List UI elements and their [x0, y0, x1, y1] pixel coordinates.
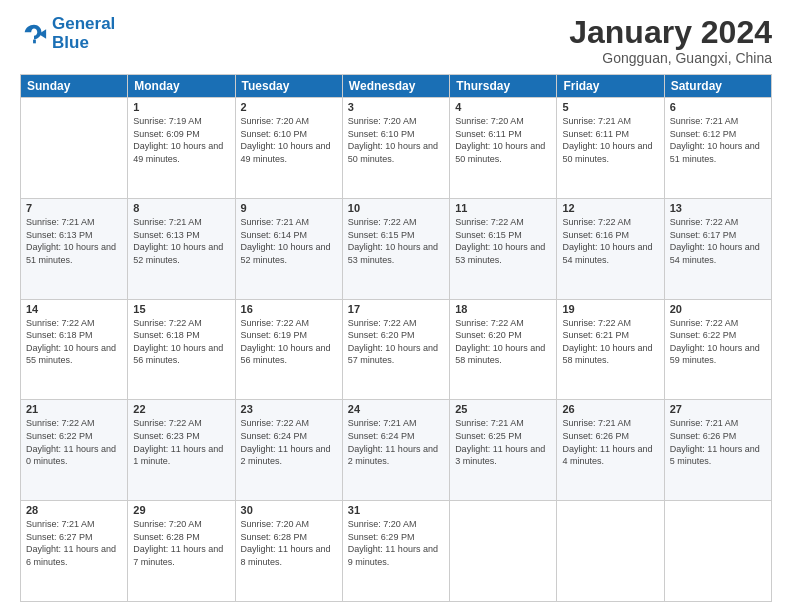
- calendar-cell: [21, 98, 128, 199]
- week-row-2: 14Sunrise: 7:22 AM Sunset: 6:18 PM Dayli…: [21, 299, 772, 400]
- calendar-cell: 25Sunrise: 7:21 AM Sunset: 6:25 PM Dayli…: [450, 400, 557, 501]
- col-monday: Monday: [128, 75, 235, 98]
- day-info: Sunrise: 7:20 AM Sunset: 6:28 PM Dayligh…: [241, 518, 337, 568]
- calendar-cell: 1Sunrise: 7:19 AM Sunset: 6:09 PM Daylig…: [128, 98, 235, 199]
- day-number: 9: [241, 202, 337, 214]
- col-wednesday: Wednesday: [342, 75, 449, 98]
- day-info: Sunrise: 7:21 AM Sunset: 6:12 PM Dayligh…: [670, 115, 766, 165]
- calendar-cell: 2Sunrise: 7:20 AM Sunset: 6:10 PM Daylig…: [235, 98, 342, 199]
- calendar-cell: 7Sunrise: 7:21 AM Sunset: 6:13 PM Daylig…: [21, 198, 128, 299]
- day-info: Sunrise: 7:22 AM Sunset: 6:24 PM Dayligh…: [241, 417, 337, 467]
- col-tuesday: Tuesday: [235, 75, 342, 98]
- day-number: 2: [241, 101, 337, 113]
- day-info: Sunrise: 7:19 AM Sunset: 6:09 PM Dayligh…: [133, 115, 229, 165]
- day-info: Sunrise: 7:20 AM Sunset: 6:28 PM Dayligh…: [133, 518, 229, 568]
- calendar-cell: 20Sunrise: 7:22 AM Sunset: 6:22 PM Dayli…: [664, 299, 771, 400]
- day-number: 10: [348, 202, 444, 214]
- day-info: Sunrise: 7:22 AM Sunset: 6:15 PM Dayligh…: [455, 216, 551, 266]
- day-number: 30: [241, 504, 337, 516]
- day-info: Sunrise: 7:21 AM Sunset: 6:24 PM Dayligh…: [348, 417, 444, 467]
- calendar-cell: 18Sunrise: 7:22 AM Sunset: 6:20 PM Dayli…: [450, 299, 557, 400]
- day-number: 22: [133, 403, 229, 415]
- day-number: 4: [455, 101, 551, 113]
- day-info: Sunrise: 7:22 AM Sunset: 6:17 PM Dayligh…: [670, 216, 766, 266]
- header-row: Sunday Monday Tuesday Wednesday Thursday…: [21, 75, 772, 98]
- day-info: Sunrise: 7:22 AM Sunset: 6:20 PM Dayligh…: [348, 317, 444, 367]
- day-number: 28: [26, 504, 122, 516]
- calendar-cell: 10Sunrise: 7:22 AM Sunset: 6:15 PM Dayli…: [342, 198, 449, 299]
- day-number: 3: [348, 101, 444, 113]
- calendar-cell: 4Sunrise: 7:20 AM Sunset: 6:11 PM Daylig…: [450, 98, 557, 199]
- day-info: Sunrise: 7:22 AM Sunset: 6:15 PM Dayligh…: [348, 216, 444, 266]
- calendar-cell: 24Sunrise: 7:21 AM Sunset: 6:24 PM Dayli…: [342, 400, 449, 501]
- day-number: 14: [26, 303, 122, 315]
- day-info: Sunrise: 7:22 AM Sunset: 6:23 PM Dayligh…: [133, 417, 229, 467]
- day-number: 31: [348, 504, 444, 516]
- logo-icon: [20, 20, 48, 48]
- day-number: 13: [670, 202, 766, 214]
- day-number: 27: [670, 403, 766, 415]
- subtitle: Gongguan, Guangxi, China: [569, 50, 772, 66]
- day-number: 15: [133, 303, 229, 315]
- logo-text: General Blue: [52, 15, 115, 52]
- day-number: 21: [26, 403, 122, 415]
- day-number: 6: [670, 101, 766, 113]
- calendar-cell: 9Sunrise: 7:21 AM Sunset: 6:14 PM Daylig…: [235, 198, 342, 299]
- calendar-cell: [664, 501, 771, 602]
- header: General Blue January 2024 Gongguan, Guan…: [20, 15, 772, 66]
- day-number: 1: [133, 101, 229, 113]
- day-info: Sunrise: 7:20 AM Sunset: 6:29 PM Dayligh…: [348, 518, 444, 568]
- calendar-cell: 17Sunrise: 7:22 AM Sunset: 6:20 PM Dayli…: [342, 299, 449, 400]
- month-title: January 2024: [569, 15, 772, 50]
- calendar-cell: 5Sunrise: 7:21 AM Sunset: 6:11 PM Daylig…: [557, 98, 664, 199]
- calendar-cell: 31Sunrise: 7:20 AM Sunset: 6:29 PM Dayli…: [342, 501, 449, 602]
- calendar-cell: [450, 501, 557, 602]
- col-thursday: Thursday: [450, 75, 557, 98]
- calendar-cell: 16Sunrise: 7:22 AM Sunset: 6:19 PM Dayli…: [235, 299, 342, 400]
- day-number: 16: [241, 303, 337, 315]
- day-number: 26: [562, 403, 658, 415]
- calendar-cell: 6Sunrise: 7:21 AM Sunset: 6:12 PM Daylig…: [664, 98, 771, 199]
- day-number: 5: [562, 101, 658, 113]
- week-row-3: 21Sunrise: 7:22 AM Sunset: 6:22 PM Dayli…: [21, 400, 772, 501]
- calendar-cell: 8Sunrise: 7:21 AM Sunset: 6:13 PM Daylig…: [128, 198, 235, 299]
- day-number: 20: [670, 303, 766, 315]
- day-info: Sunrise: 7:22 AM Sunset: 6:18 PM Dayligh…: [26, 317, 122, 367]
- calendar-cell: 14Sunrise: 7:22 AM Sunset: 6:18 PM Dayli…: [21, 299, 128, 400]
- calendar-cell: 15Sunrise: 7:22 AM Sunset: 6:18 PM Dayli…: [128, 299, 235, 400]
- day-info: Sunrise: 7:22 AM Sunset: 6:20 PM Dayligh…: [455, 317, 551, 367]
- day-number: 19: [562, 303, 658, 315]
- day-info: Sunrise: 7:22 AM Sunset: 6:21 PM Dayligh…: [562, 317, 658, 367]
- day-info: Sunrise: 7:20 AM Sunset: 6:11 PM Dayligh…: [455, 115, 551, 165]
- day-info: Sunrise: 7:21 AM Sunset: 6:26 PM Dayligh…: [562, 417, 658, 467]
- day-number: 7: [26, 202, 122, 214]
- calendar-cell: [557, 501, 664, 602]
- day-number: 29: [133, 504, 229, 516]
- day-number: 11: [455, 202, 551, 214]
- day-info: Sunrise: 7:22 AM Sunset: 6:22 PM Dayligh…: [670, 317, 766, 367]
- calendar-cell: 26Sunrise: 7:21 AM Sunset: 6:26 PM Dayli…: [557, 400, 664, 501]
- col-sunday: Sunday: [21, 75, 128, 98]
- day-number: 23: [241, 403, 337, 415]
- day-info: Sunrise: 7:22 AM Sunset: 6:16 PM Dayligh…: [562, 216, 658, 266]
- calendar-cell: 13Sunrise: 7:22 AM Sunset: 6:17 PM Dayli…: [664, 198, 771, 299]
- day-number: 17: [348, 303, 444, 315]
- calendar-cell: 30Sunrise: 7:20 AM Sunset: 6:28 PM Dayli…: [235, 501, 342, 602]
- week-row-0: 1Sunrise: 7:19 AM Sunset: 6:09 PM Daylig…: [21, 98, 772, 199]
- calendar-cell: 23Sunrise: 7:22 AM Sunset: 6:24 PM Dayli…: [235, 400, 342, 501]
- calendar-cell: 3Sunrise: 7:20 AM Sunset: 6:10 PM Daylig…: [342, 98, 449, 199]
- day-number: 25: [455, 403, 551, 415]
- calendar-cell: 28Sunrise: 7:21 AM Sunset: 6:27 PM Dayli…: [21, 501, 128, 602]
- calendar-cell: 27Sunrise: 7:21 AM Sunset: 6:26 PM Dayli…: [664, 400, 771, 501]
- calendar-cell: 21Sunrise: 7:22 AM Sunset: 6:22 PM Dayli…: [21, 400, 128, 501]
- day-info: Sunrise: 7:21 AM Sunset: 6:11 PM Dayligh…: [562, 115, 658, 165]
- week-row-1: 7Sunrise: 7:21 AM Sunset: 6:13 PM Daylig…: [21, 198, 772, 299]
- day-info: Sunrise: 7:20 AM Sunset: 6:10 PM Dayligh…: [241, 115, 337, 165]
- calendar-cell: 22Sunrise: 7:22 AM Sunset: 6:23 PM Dayli…: [128, 400, 235, 501]
- calendar-table: Sunday Monday Tuesday Wednesday Thursday…: [20, 74, 772, 602]
- page: General Blue January 2024 Gongguan, Guan…: [0, 0, 792, 612]
- day-info: Sunrise: 7:21 AM Sunset: 6:13 PM Dayligh…: [26, 216, 122, 266]
- day-info: Sunrise: 7:20 AM Sunset: 6:10 PM Dayligh…: [348, 115, 444, 165]
- col-friday: Friday: [557, 75, 664, 98]
- calendar-cell: 12Sunrise: 7:22 AM Sunset: 6:16 PM Dayli…: [557, 198, 664, 299]
